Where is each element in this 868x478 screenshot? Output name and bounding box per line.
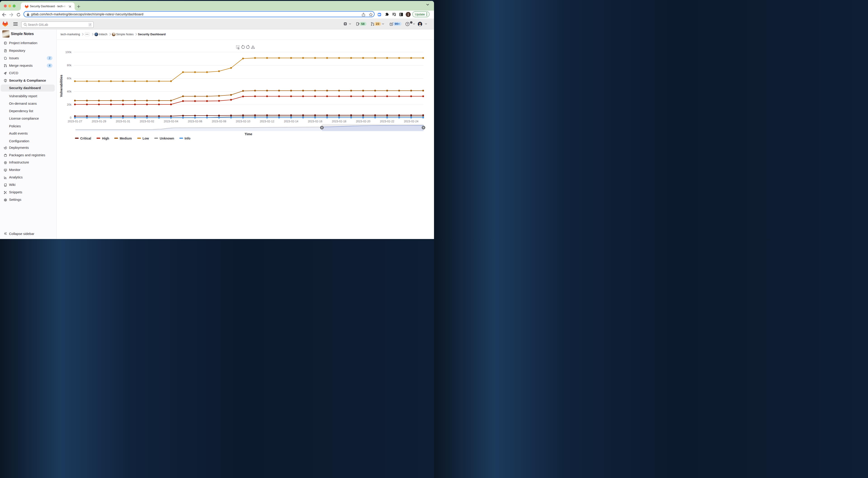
svg-text:2023-02-12: 2023-02-12 [260,120,274,123]
svg-text:2023-01-29: 2023-01-29 [92,120,106,123]
svg-text:Low: Low [143,137,149,140]
svg-text:2023-02-18: 2023-02-18 [332,120,346,123]
svg-text:2023-02-24: 2023-02-24 [404,120,418,123]
svg-text:2023-01-31: 2023-01-31 [116,120,130,123]
svg-text:100k: 100k [65,51,72,54]
svg-text:2023-02-08: 2023-02-08 [212,120,226,123]
svg-text:2023-02-02: 2023-02-02 [140,120,154,123]
svg-text:2023-01-27: 2023-01-27 [68,120,82,123]
svg-text:0: 0 [70,116,71,119]
svg-text:Critical: Critical [80,137,91,140]
svg-text:2023-02-04: 2023-02-04 [164,120,178,123]
svg-text:2023-02-10: 2023-02-10 [236,120,250,123]
svg-text:Info: Info [185,137,191,140]
svg-text:2023-02-14: 2023-02-14 [284,120,298,123]
svg-text:80k: 80k [67,64,72,67]
svg-text:2023-02-06: 2023-02-06 [188,120,202,123]
svg-text:Unknown: Unknown [160,137,174,140]
svg-text:40k: 40k [67,90,72,93]
svg-text:2023-02-16: 2023-02-16 [308,120,322,123]
svg-text:Vulnerabilities: Vulnerabilities [59,75,63,97]
svg-text:Time: Time [245,132,252,136]
svg-text:High: High [102,137,110,140]
svg-text:Medium: Medium [120,137,132,140]
svg-text:60k: 60k [67,77,72,80]
svg-text:2023-02-20: 2023-02-20 [356,120,370,123]
svg-text:2023-02-22: 2023-02-22 [380,120,395,123]
svg-text:20k: 20k [67,103,72,106]
